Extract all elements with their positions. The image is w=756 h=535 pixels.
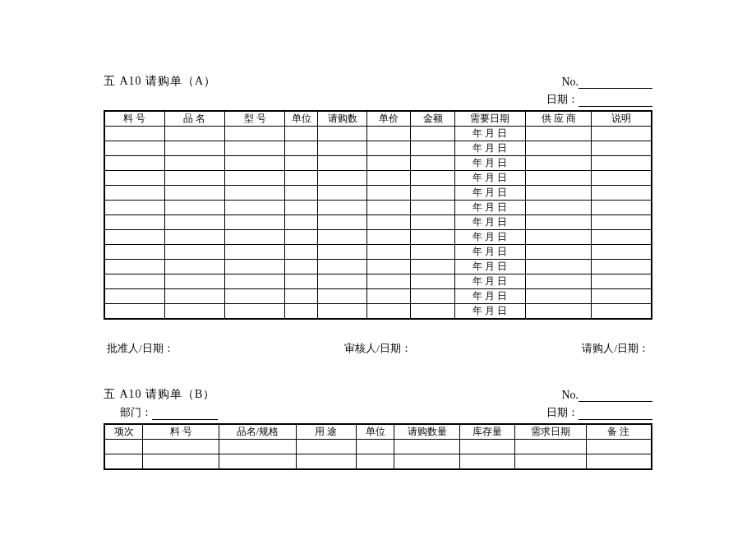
table-cell xyxy=(411,156,454,171)
table-cell xyxy=(285,186,318,201)
table-cell xyxy=(164,171,224,186)
table-cell xyxy=(104,260,164,274)
form-a-body: 年 月 日年 月 日年 月 日年 月 日年 月 日年 月 日年 月 日年 月 日… xyxy=(104,127,652,320)
table-cell xyxy=(285,171,318,186)
table-cell xyxy=(318,201,367,215)
table-row: 年 月 日 xyxy=(104,260,652,274)
table-cell xyxy=(164,201,224,215)
table-cell xyxy=(526,156,592,171)
table-cell xyxy=(219,454,296,469)
table-cell xyxy=(164,289,224,304)
table-row: 年 月 日 xyxy=(104,127,652,141)
table-cell xyxy=(285,230,318,245)
table-cell xyxy=(285,245,318,260)
col-pinming: 品 名 xyxy=(164,111,224,127)
table-cell xyxy=(367,230,411,245)
table-cell xyxy=(367,274,411,289)
no-underline-b xyxy=(579,390,652,402)
no-label-b: No. xyxy=(561,389,579,401)
form-b-no-field: No. xyxy=(561,389,652,402)
form-b-header: 五 A10 请购单（B） No. xyxy=(104,387,652,402)
dept-field: 部门： xyxy=(120,405,218,420)
date-underline xyxy=(579,95,652,107)
form-b-body xyxy=(104,440,652,469)
form-b-title: 五 A10 请购单（B） xyxy=(104,387,215,402)
table-cell xyxy=(367,289,411,304)
col-shuoming: 说明 xyxy=(592,111,652,127)
table-cell xyxy=(318,186,367,201)
table-row: 年 月 日 xyxy=(104,186,652,201)
date-underline-b xyxy=(579,408,652,420)
table-cell xyxy=(592,245,652,260)
table-cell xyxy=(592,260,652,274)
table-cell xyxy=(104,230,164,245)
date-label: 日期： xyxy=(546,93,579,105)
table-cell: 年 月 日 xyxy=(454,304,526,320)
table-cell xyxy=(225,289,285,304)
table-row: 年 月 日 xyxy=(104,289,652,304)
col-liaohao: 料 号 xyxy=(104,111,164,127)
table-cell xyxy=(164,141,224,156)
table-cell xyxy=(225,230,285,245)
table-cell xyxy=(164,260,224,274)
form-a-header: 五 A10 请购单（A） No. xyxy=(104,74,652,89)
table-cell xyxy=(411,245,454,260)
table-cell xyxy=(104,186,164,201)
table-cell xyxy=(219,440,296,454)
table-cell xyxy=(104,171,164,186)
table-cell xyxy=(285,201,318,215)
table-cell xyxy=(526,260,592,274)
table-cell xyxy=(164,215,224,230)
table-cell xyxy=(411,289,454,304)
col-danwei: 单位 xyxy=(285,111,318,127)
col-danwei-b: 单位 xyxy=(356,424,394,440)
form-a-table: 料 号 品 名 型 号 单位 请购数 单价 金额 需要日期 供 应 商 说明 年… xyxy=(104,110,652,320)
table-cell xyxy=(104,289,164,304)
table-cell xyxy=(285,289,318,304)
table-cell xyxy=(143,454,219,469)
approver-label: 批准人/日期： xyxy=(107,341,174,356)
table-cell xyxy=(356,440,394,454)
table-cell xyxy=(367,245,411,260)
table-cell xyxy=(285,127,318,141)
form-a-footer: 批准人/日期： 审核人/日期： 请购人/日期： xyxy=(104,341,652,356)
table-cell xyxy=(592,230,652,245)
table-cell xyxy=(225,260,285,274)
table-cell: 年 月 日 xyxy=(454,230,526,245)
date-field-b: 日期： xyxy=(546,405,652,420)
table-cell xyxy=(104,127,164,141)
table-row: 年 月 日 xyxy=(104,215,652,230)
table-cell xyxy=(225,274,285,289)
table-cell xyxy=(318,289,367,304)
table-cell xyxy=(225,171,285,186)
table-cell xyxy=(104,304,164,320)
table-cell xyxy=(318,274,367,289)
table-cell xyxy=(164,127,224,141)
table-cell xyxy=(285,274,318,289)
table-cell: 年 月 日 xyxy=(454,289,526,304)
table-cell xyxy=(225,156,285,171)
table-cell xyxy=(318,245,367,260)
col-jine: 金额 xyxy=(411,111,454,127)
col-kucunliang: 库存量 xyxy=(460,424,515,440)
col-xuyaoriqi: 需要日期 xyxy=(454,111,526,127)
date-label-b: 日期： xyxy=(546,406,579,418)
table-cell xyxy=(225,201,285,215)
table-row: 年 月 日 xyxy=(104,201,652,215)
table-cell xyxy=(285,215,318,230)
col-qinggoushuliang: 请购数量 xyxy=(394,424,460,440)
table-cell xyxy=(104,274,164,289)
table-cell xyxy=(514,454,586,469)
table-cell xyxy=(296,454,356,469)
table-cell xyxy=(592,289,652,304)
table-cell xyxy=(526,289,592,304)
table-cell xyxy=(514,440,586,454)
table-cell: 年 月 日 xyxy=(454,186,526,201)
table-cell xyxy=(411,141,454,156)
table-cell xyxy=(526,274,592,289)
table-cell: 年 月 日 xyxy=(454,260,526,274)
table-cell xyxy=(411,186,454,201)
table-cell xyxy=(592,274,652,289)
table-cell xyxy=(225,127,285,141)
table-cell: 年 月 日 xyxy=(454,171,526,186)
